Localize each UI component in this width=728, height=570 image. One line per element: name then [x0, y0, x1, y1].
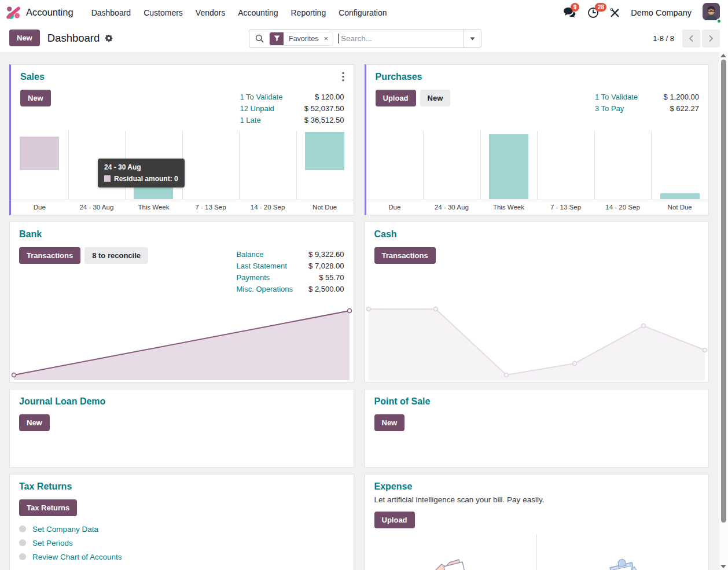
search-options-toggle[interactable]	[464, 30, 481, 47]
purchases-upload-button[interactable]: Upload	[376, 90, 416, 106]
pager-range: 1-8 / 8	[653, 34, 674, 43]
tax-returns-card-title[interactable]: Tax Returns	[19, 481, 72, 492]
menu-customers[interactable]: Customers	[137, 4, 189, 21]
sales-bar-chart[interactable]: 24 - 30 Aug Residual amount: 0	[11, 131, 354, 200]
checklist-item[interactable]: Review Chart of Accounts	[19, 550, 344, 564]
user-menu[interactable]	[703, 3, 720, 23]
menu-configuration[interactable]: Configuration	[332, 4, 393, 21]
cash-card-title[interactable]: Cash	[374, 229, 397, 240]
purchases-new-button[interactable]: New	[420, 90, 451, 106]
sales-kebab-menu-icon[interactable]	[340, 71, 347, 85]
bank-card: Bank Transactions 8 to reconcile Balance…	[9, 222, 354, 383]
stat-row: 1 Late $ 36,512.50	[240, 115, 344, 126]
expense-card-title[interactable]: Expense	[374, 481, 413, 492]
search-bar[interactable]: Favorites ×	[249, 29, 481, 48]
chart-bar[interactable]	[660, 193, 700, 199]
menu-reporting[interactable]: Reporting	[284, 4, 332, 21]
gridline	[239, 131, 240, 200]
bank-misc-operations-link[interactable]: Misc. Operations	[237, 284, 293, 295]
axis-label: 24 - 30 Aug	[423, 200, 480, 215]
axis-label: 14 - 20 Sep	[239, 200, 296, 215]
tooltip-title: 24 - 30 Aug	[104, 163, 178, 171]
bank-payments-link[interactable]: Payments	[237, 272, 270, 284]
checklist-item[interactable]: Set Periods	[19, 536, 344, 550]
bank-card-title[interactable]: Bank	[19, 229, 42, 240]
search-input[interactable]	[340, 34, 464, 43]
chevron-down-icon	[470, 37, 475, 41]
point-of-sale-card-title[interactable]: Point of Sale	[374, 396, 431, 407]
menu-dashboard[interactable]: Dashboard	[85, 4, 138, 21]
bill-pay-illustration-icon: $	[598, 547, 647, 570]
chevron-left-icon	[689, 35, 694, 42]
bank-balance-link[interactable]: Balance	[237, 249, 264, 260]
tooltip-row: Residual amount: 0	[104, 175, 178, 183]
tax-returns-card: Tax Returns Tax Returns Set Company Data…	[9, 474, 354, 570]
scroll-down-arrow-icon[interactable]	[720, 565, 726, 568]
stat-value: $ 120.00	[315, 91, 344, 103]
stat-value: $ 7,028.00	[308, 260, 344, 272]
messages-button[interactable]: 9	[563, 7, 576, 18]
company-selector[interactable]: Demo Company	[631, 8, 692, 17]
purchases-axis-labels: Due 24 - 30 Aug This Week 7 - 13 Sep 14 …	[366, 200, 709, 215]
support-tools-button[interactable]	[610, 8, 620, 17]
sales-late-link[interactable]: 1 Late	[240, 115, 261, 126]
review-chart-of-accounts-link[interactable]: Review Chart of Accounts	[32, 553, 122, 561]
filter-funnel-icon	[270, 32, 284, 46]
axis-label: Due	[366, 200, 424, 215]
vertical-scrollbar[interactable]	[719, 52, 728, 570]
pager-previous-button[interactable]	[682, 30, 700, 47]
scroll-up-arrow-icon[interactable]	[720, 54, 726, 57]
purchases-stats: 1 To Validate $ 1,200.00 3 To Pay $ 622.…	[595, 91, 699, 115]
sales-card-title[interactable]: Sales	[20, 72, 45, 82]
online-status-dot	[716, 19, 722, 24]
gridline	[423, 131, 424, 200]
stat-row: 3 To Pay $ 622.27	[595, 103, 699, 115]
set-company-data-link[interactable]: Set Company Data	[32, 525, 98, 534]
tax-returns-button[interactable]: Tax Returns	[19, 499, 77, 516]
bank-last-statement-link[interactable]: Last Statement	[237, 260, 287, 272]
journal-loan-new-button[interactable]: New	[19, 414, 50, 431]
checklist-item[interactable]: Set Company Data	[19, 522, 344, 536]
cash-transactions-button[interactable]: Transactions	[374, 247, 436, 264]
point-of-sale-new-button[interactable]: New	[374, 414, 405, 431]
menu-accounting[interactable]: Accounting	[231, 4, 284, 21]
journal-loan-card-title[interactable]: Journal Loan Demo	[19, 396, 105, 407]
gridline	[68, 131, 69, 200]
purchases-to-pay-link[interactable]: 3 To Pay	[595, 103, 624, 115]
sales-unpaid-link[interactable]: 12 Unpaid	[240, 103, 274, 115]
control-panel: New Dashboard Favorites ×	[0, 25, 728, 52]
chevron-right-icon	[708, 35, 714, 42]
menu-vendors[interactable]: Vendors	[189, 4, 231, 21]
chart-bar[interactable]	[305, 132, 344, 170]
sales-new-button[interactable]: New	[20, 90, 51, 106]
purchases-bar-chart[interactable]	[366, 131, 709, 200]
bank-line-chart[interactable]	[10, 301, 354, 382]
bank-reconcile-button[interactable]: 8 to reconcile	[84, 247, 148, 264]
cash-line-chart[interactable]	[365, 301, 709, 382]
chart-bar[interactable]	[489, 134, 528, 199]
new-button[interactable]: New	[9, 30, 40, 46]
purchases-to-validate-link[interactable]: 1 To Validate	[595, 91, 638, 103]
axis-label: 7 - 13 Sep	[537, 200, 594, 215]
facet-remove-icon[interactable]: ×	[323, 35, 333, 42]
chart-tooltip: 24 - 30 Aug Residual amount: 0	[98, 159, 185, 187]
bank-transactions-button[interactable]: Transactions	[19, 247, 80, 264]
view-settings-gear-icon[interactable]	[105, 34, 113, 42]
search-facet-favorites[interactable]: Favorites ×	[269, 32, 333, 46]
pager-next-button[interactable]	[702, 30, 720, 47]
sales-axis-labels: Due 24 - 30 Aug This Week 7 - 13 Sep 14 …	[11, 200, 354, 215]
set-periods-link[interactable]: Set Periods	[32, 539, 73, 547]
cash-card: Cash Transactions	[365, 222, 709, 383]
purchases-card-title[interactable]: Purchases	[376, 72, 422, 82]
app-switcher[interactable]: Accounting	[6, 6, 73, 20]
text-cursor	[338, 34, 339, 43]
tax-returns-checklist: Set Company Data Set Periods Review Char…	[19, 522, 344, 564]
tools-icon	[610, 8, 620, 17]
gridline	[537, 131, 538, 200]
chart-bar[interactable]	[20, 137, 59, 170]
line-chart-svg	[10, 301, 354, 382]
sales-to-validate-link[interactable]: 1 To Validate	[240, 91, 283, 103]
page-title: Dashboard	[47, 32, 100, 45]
activities-button[interactable]: 28	[587, 7, 599, 19]
scrollbar-thumb[interactable]	[721, 60, 726, 523]
